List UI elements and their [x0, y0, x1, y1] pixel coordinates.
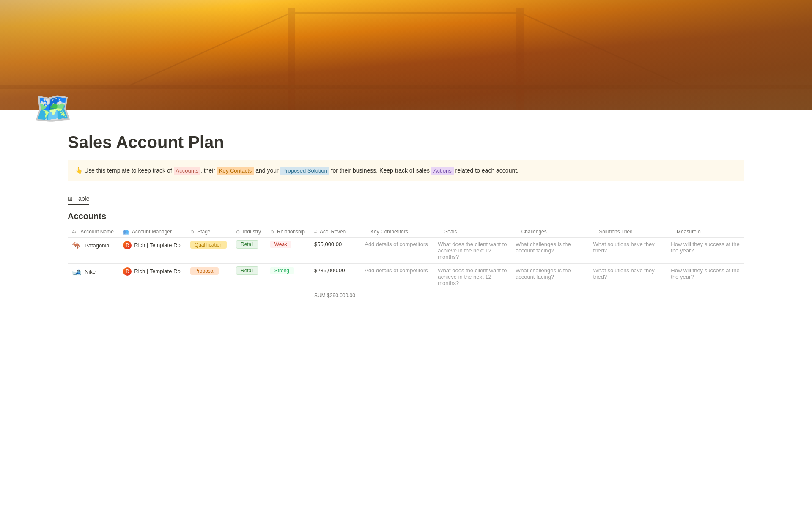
col-label: Account Manager — [132, 229, 172, 235]
col-account-name: Aa Account Name — [68, 226, 119, 238]
tag-actions: Actions — [431, 167, 454, 175]
col-revenue: # Acc. Reven... — [310, 226, 360, 238]
table-row[interactable]: 🦘PatagoniaRRich | Template RoQualificati… — [68, 237, 744, 263]
goals-value: What does the client want to achieve in … — [438, 241, 507, 260]
account-name: Nike — [85, 269, 96, 275]
col-label: Measure o... — [677, 229, 705, 235]
info-text-1: Use this template to keep track of — [84, 167, 174, 174]
info-text-4: for their business. Keep track of sales — [329, 167, 431, 174]
measure-value: How will they success at the the year? — [671, 241, 740, 254]
challenges-cell[interactable]: What challenges is the account facing? — [511, 263, 589, 290]
col-icon-competitors: ≡ — [365, 229, 367, 234]
tag-solution: Proposed Solution — [280, 167, 329, 175]
measure-cell[interactable]: How will they success at the the year? — [667, 237, 744, 263]
table-icon: ⊞ — [68, 195, 73, 202]
revenue-cell: $55,000.00 — [310, 237, 360, 263]
svg-line-3 — [127, 13, 291, 87]
account-name-cell[interactable]: 🦘Patagonia — [68, 237, 119, 263]
tab-label: Table — [75, 195, 89, 202]
relationship-cell: Strong — [266, 263, 310, 290]
col-label: Challenges — [521, 229, 547, 235]
manager-avatar: R — [123, 241, 132, 249]
col-icon-challenges: ≡ — [516, 229, 518, 234]
accounts-table: Aa Account Name 👥 Account Manager ⊙ Stag… — [68, 226, 744, 301]
svg-line-5 — [520, 13, 685, 87]
col-solutions-tried: ≡ Solutions Tried — [589, 226, 667, 238]
svg-rect-2 — [0, 85, 812, 89]
page-icon: 🗺️ — [34, 93, 68, 127]
col-stage: ⊙ Stage — [186, 226, 232, 238]
industry-badge: Retail — [236, 240, 258, 249]
col-icon-revenue: # — [314, 229, 317, 234]
key-competitors-value: Add details of competitors — [365, 267, 428, 274]
account-name-cell[interactable]: 🎿Nike — [68, 263, 119, 290]
relationship-badge: Strong — [270, 267, 294, 274]
relationship-cell: Weak — [266, 237, 310, 263]
col-label: Relationship — [277, 229, 305, 235]
account-name: Patagonia — [85, 242, 110, 249]
col-goals: ≡ Goals — [433, 226, 511, 238]
revenue-value: $55,000.00 — [314, 241, 342, 247]
col-icon-relationship: ⊙ — [270, 229, 274, 234]
sum-value: $290,000.00 — [327, 293, 355, 299]
challenges-value: What challenges is the account facing? — [516, 241, 571, 254]
key-competitors-cell[interactable]: Add details of competitors — [360, 263, 433, 290]
sum-label: SUM — [314, 293, 327, 299]
manager-name: Rich | Template Ro — [134, 268, 180, 274]
table-view-tab[interactable]: ⊞ Table — [68, 195, 89, 205]
key-competitors-value: Add details of competitors — [365, 241, 428, 247]
challenges-cell[interactable]: What challenges is the account facing? — [511, 237, 589, 263]
info-text-5: related to each account. — [454, 167, 518, 174]
solutions-tried-value: What solutions have they tried? — [593, 267, 655, 280]
table-row[interactable]: 🎿NikeRRich | Template RoProposalRetailSt… — [68, 263, 744, 290]
account-emoji: 🎿 — [72, 267, 81, 277]
svg-rect-0 — [288, 8, 295, 110]
section-title: Accounts — [68, 211, 744, 221]
info-emoji: 👆 — [75, 167, 82, 174]
info-text-2: , their — [200, 167, 217, 174]
goals-cell[interactable]: What does the client want to achieve in … — [433, 237, 511, 263]
tag-contacts: Key Contacts — [217, 167, 254, 175]
measure-cell[interactable]: How will they success at the the year? — [667, 263, 744, 290]
manager-name: Rich | Template Ro — [134, 242, 180, 248]
col-label: Goals — [444, 229, 457, 235]
col-relationship: ⊙ Relationship — [266, 226, 310, 238]
solutions-tried-cell[interactable]: What solutions have they tried? — [589, 263, 667, 290]
stage-badge: Proposal — [190, 267, 219, 275]
page-title: Sales Account Plan — [68, 132, 744, 152]
col-icon-manager: 👥 — [123, 229, 129, 234]
col-challenges: ≡ Challenges — [511, 226, 589, 238]
info-callout: 👆 Use this template to keep track of Acc… — [68, 160, 744, 181]
col-label: Acc. Reven... — [320, 229, 350, 235]
col-icon-goals: ≡ — [438, 229, 440, 234]
stage-cell: Proposal — [186, 263, 232, 290]
col-label: Key Competitors — [370, 229, 408, 235]
col-label: Industry — [243, 229, 261, 235]
industry-badge: Retail — [236, 266, 258, 275]
col-label: Account Name — [80, 229, 114, 235]
table-section: ⊞ Table Accounts Aa Account Name 👥 Accou… — [68, 195, 744, 301]
goals-cell[interactable]: What does the client want to achieve in … — [433, 263, 511, 290]
key-competitors-cell[interactable]: Add details of competitors — [360, 237, 433, 263]
col-icon-stage: ⊙ — [190, 229, 194, 234]
account-manager-cell: RRich | Template Ro — [119, 263, 186, 290]
manager-avatar: R — [123, 267, 132, 276]
col-label: Stage — [197, 229, 210, 235]
col-icon-measure: ≡ — [671, 229, 673, 234]
solutions-tried-value: What solutions have they tried? — [593, 241, 655, 254]
measure-value: How will they success at the the year? — [671, 267, 740, 280]
sum-row: SUM $290,000.00 — [68, 290, 744, 301]
stage-badge: Qualification — [190, 241, 227, 249]
revenue-value: $235,000.00 — [314, 267, 345, 274]
industry-cell: Retail — [232, 263, 266, 290]
col-measure: ≡ Measure o... — [667, 226, 744, 238]
account-manager-cell: RRich | Template Ro — [119, 237, 186, 263]
col-account-manager: 👥 Account Manager — [119, 226, 186, 238]
col-icon-solutions: ≡ — [593, 229, 596, 234]
account-emoji: 🦘 — [72, 241, 81, 250]
stage-cell: Qualification — [186, 237, 232, 263]
tag-accounts: Accounts — [174, 167, 200, 175]
relationship-badge: Weak — [270, 241, 291, 248]
solutions-tried-cell[interactable]: What solutions have they tried? — [589, 237, 667, 263]
goals-value: What does the client want to achieve in … — [438, 267, 507, 286]
